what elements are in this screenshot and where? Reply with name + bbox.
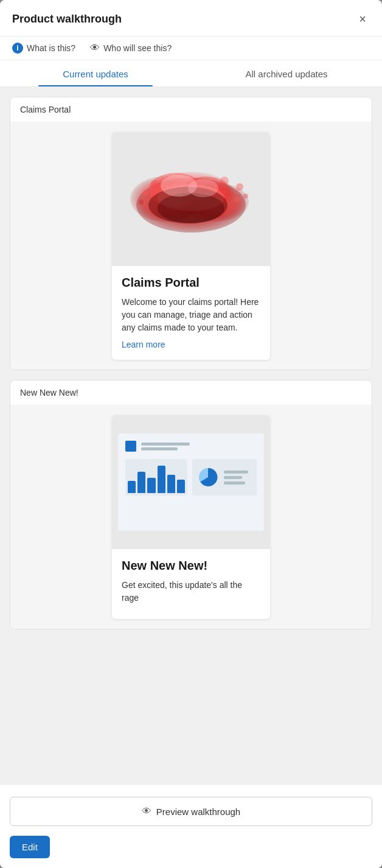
inner-card-1: Claims Portal Welcome to your claims por… bbox=[112, 132, 270, 360]
card-image-2 bbox=[112, 415, 270, 549]
svg-point-10 bbox=[188, 179, 218, 197]
pie-legend-lines bbox=[224, 471, 248, 485]
what-is-this-link[interactable]: i What is this? bbox=[12, 43, 75, 54]
bar-chart bbox=[125, 459, 187, 495]
svg-point-12 bbox=[243, 194, 248, 198]
bar-6 bbox=[177, 480, 185, 494]
dash-header-lines bbox=[141, 443, 190, 450]
content-scroll-area: Claims Portal bbox=[0, 87, 382, 784]
edit-button[interactable]: Edit bbox=[10, 836, 50, 858]
inner-card-2: New New New! Get excited, this update's … bbox=[112, 415, 270, 619]
card-section-label-2: New New New! bbox=[10, 380, 372, 405]
smoke-art-svg bbox=[118, 144, 264, 254]
card-content-1: Claims Portal Welcome to your claims por… bbox=[10, 122, 372, 369]
svg-point-14 bbox=[142, 190, 148, 196]
inner-card-body-1: Claims Portal Welcome to your claims por… bbox=[112, 266, 270, 360]
product-walkthrough-modal: Product walkthrough × i What is this? 👁 … bbox=[0, 0, 382, 868]
svg-point-13 bbox=[234, 196, 240, 202]
modal-header: Product walkthrough × bbox=[0, 0, 382, 37]
what-is-this-label: What is this? bbox=[27, 43, 75, 53]
tab-current-updates[interactable]: Current updates bbox=[0, 60, 191, 86]
preview-eye-icon: 👁 bbox=[142, 806, 151, 817]
bar-5 bbox=[167, 475, 175, 493]
pie-chart-box bbox=[192, 459, 257, 495]
eye-icon: 👁 bbox=[90, 43, 100, 54]
tab-archived-updates[interactable]: All archived updates bbox=[191, 60, 382, 86]
close-button[interactable]: × bbox=[355, 11, 370, 27]
bar-3 bbox=[147, 478, 155, 493]
dashboard-preview bbox=[118, 433, 264, 531]
info-bar: i What is this? 👁 Who will see this? bbox=[0, 37, 382, 60]
card-section-label-1: Claims Portal bbox=[10, 97, 372, 122]
preview-label: Preview walkthrough bbox=[156, 807, 240, 817]
inner-card-body-2: New New New! Get excited, this update's … bbox=[112, 549, 270, 619]
pie-chart-svg bbox=[196, 465, 220, 489]
modal-title: Product walkthrough bbox=[12, 13, 122, 26]
preview-walkthrough-button[interactable]: 👁 Preview walkthrough bbox=[10, 797, 372, 826]
footer-area: 👁 Preview walkthrough Edit bbox=[0, 784, 382, 868]
inner-card-title-1: Claims Portal bbox=[122, 276, 260, 290]
pie-line-1 bbox=[224, 471, 248, 474]
pie-line-2 bbox=[224, 476, 242, 479]
dash-square-icon bbox=[125, 441, 136, 452]
pie-line-3 bbox=[224, 481, 245, 485]
info-icon: i bbox=[12, 43, 23, 54]
learn-more-link-1[interactable]: Learn more bbox=[122, 340, 165, 349]
card-claims-portal: Claims Portal bbox=[10, 97, 372, 370]
inner-card-title-2: New New New! bbox=[122, 559, 260, 573]
who-will-see-label: Who will see this? bbox=[103, 43, 172, 53]
dash-line-1 bbox=[141, 443, 190, 446]
dash-line-2 bbox=[141, 447, 178, 450]
scroll-spacer bbox=[10, 639, 372, 649]
bar-1 bbox=[128, 481, 136, 493]
inner-card-desc-1: Welcome to your claims portal! Here you … bbox=[122, 296, 260, 334]
dash-header bbox=[125, 441, 257, 452]
card-new-new-new: New New New! bbox=[10, 380, 372, 629]
svg-point-15 bbox=[139, 200, 144, 205]
dash-charts bbox=[125, 459, 257, 495]
svg-point-17 bbox=[151, 180, 158, 187]
svg-point-11 bbox=[236, 183, 243, 191]
svg-point-8 bbox=[158, 193, 224, 223]
card-image-1 bbox=[112, 132, 270, 266]
svg-point-16 bbox=[220, 177, 229, 185]
bar-2 bbox=[137, 472, 145, 493]
who-will-see-link[interactable]: 👁 Who will see this? bbox=[90, 43, 172, 54]
card-content-2: New New New! Get excited, this update's … bbox=[10, 405, 372, 629]
tabs-bar: Current updates All archived updates bbox=[0, 60, 382, 87]
bar-4 bbox=[158, 466, 165, 493]
inner-card-desc-2: Get excited, this update's all the rage bbox=[122, 579, 260, 604]
